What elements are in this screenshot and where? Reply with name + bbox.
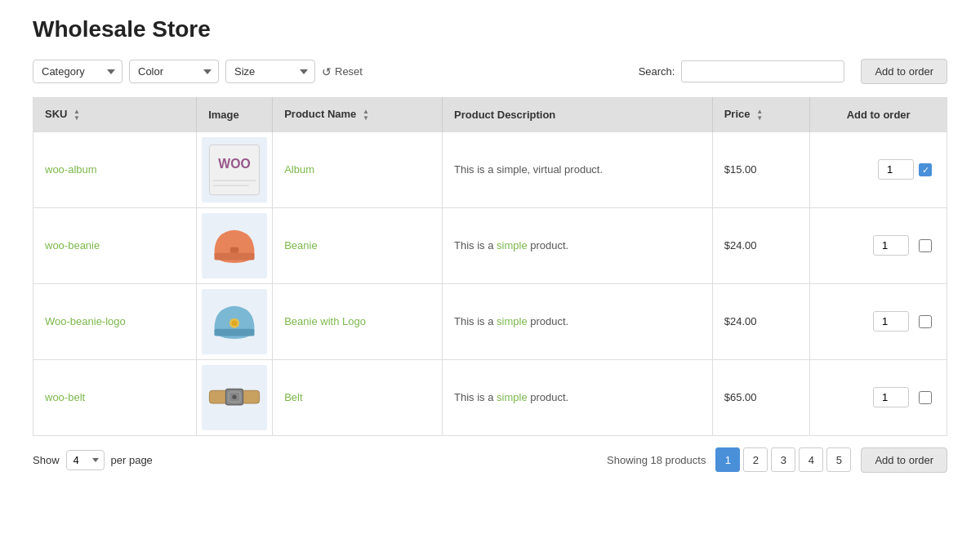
pagination: Showing 18 products 1 2 3 4 5 Add to ord… xyxy=(607,447,947,473)
search-area: Search: xyxy=(639,60,845,82)
table-row: woo-beanie BeanieThis is a simple produc… xyxy=(33,207,947,283)
product-image xyxy=(202,213,267,278)
product-name-link[interactable]: Album xyxy=(284,163,314,176)
product-desc: This is a simple, virtual product. xyxy=(454,163,603,176)
sku-cell: Woo-beanie-logo xyxy=(45,315,126,327)
per-page-label: per page xyxy=(111,454,153,466)
footer: Show 4 8 12 per page Showing 18 products… xyxy=(33,447,947,473)
price-cell: $24.00 xyxy=(712,207,810,283)
page-btn-2[interactable]: 2 xyxy=(743,447,768,472)
product-name-link[interactable]: Beanie with Logo xyxy=(284,315,366,327)
showing-text: Showing 18 products xyxy=(607,454,706,466)
svg-text:WOO: WOO xyxy=(218,157,250,171)
svg-rect-5 xyxy=(215,252,255,260)
page-btn-1[interactable]: 1 xyxy=(715,447,740,472)
add-order-button-top[interactable]: Add to order xyxy=(861,59,947,84)
products-table: SKU ▲▼ Image Product Name ▲▼ Product Des… xyxy=(33,97,947,436)
svg-rect-8 xyxy=(215,328,255,336)
show-label: Show xyxy=(33,454,60,466)
add-to-order-cell xyxy=(810,207,947,283)
sku-cell: woo-album xyxy=(45,163,97,176)
qty-input[interactable] xyxy=(873,387,909,407)
toolbar: Category Color Size ↺ Reset Search: Add … xyxy=(33,59,947,84)
sku-cell: woo-beanie xyxy=(45,239,100,251)
size-filter[interactable]: Size xyxy=(225,60,315,83)
col-header-product-name[interactable]: Product Name ▲▼ xyxy=(273,98,443,132)
price-cell: $65.00 xyxy=(712,359,810,435)
product-name-link[interactable]: Belt xyxy=(284,391,302,403)
product-image-cell: WOO xyxy=(197,131,273,207)
reset-button[interactable]: ↺ Reset xyxy=(322,65,363,78)
price-cell: $24.00 xyxy=(712,283,810,359)
svg-point-10 xyxy=(232,320,238,326)
per-page-select[interactable]: 4 8 12 xyxy=(66,450,105,470)
product-desc: This is a simple product. xyxy=(454,315,568,327)
sku-cell: woo-belt xyxy=(45,391,85,403)
price-cell: $15.00 xyxy=(712,131,810,207)
qty-input[interactable] xyxy=(878,159,914,180)
qty-input[interactable] xyxy=(873,311,909,332)
product-image xyxy=(202,365,267,430)
svg-rect-6 xyxy=(230,247,239,252)
product-image-cell xyxy=(197,207,273,283)
product-name-link[interactable]: Beanie xyxy=(284,239,317,251)
search-input[interactable] xyxy=(681,60,844,82)
col-header-product-desc: Product Description xyxy=(443,98,713,132)
product-image-cell xyxy=(197,283,273,359)
add-checkbox[interactable] xyxy=(919,315,932,328)
product-image: WOO xyxy=(202,137,267,203)
add-to-order-cell xyxy=(810,359,947,435)
table-row: Woo-beanie-logo Beanie with LogoThis is … xyxy=(33,283,947,359)
color-filter[interactable]: Color xyxy=(129,60,219,83)
table-row: woo-album WOO AlbumThis is a simple, vir… xyxy=(33,131,947,207)
svg-point-15 xyxy=(233,394,237,398)
product-image-cell xyxy=(197,359,273,435)
col-header-sku[interactable]: SKU ▲▼ xyxy=(33,98,197,132)
col-header-image: Image xyxy=(197,98,273,132)
add-to-order-cell xyxy=(810,131,947,207)
sort-arrows-price: ▲▼ xyxy=(756,109,763,122)
table-header-row: SKU ▲▼ Image Product Name ▲▼ Product Des… xyxy=(33,98,947,132)
search-label: Search: xyxy=(639,65,675,78)
checkbox-checked[interactable] xyxy=(919,163,932,176)
page-btn-4[interactable]: 4 xyxy=(799,447,823,472)
add-checkbox[interactable] xyxy=(919,391,932,404)
product-desc: This is a simple product. xyxy=(454,239,568,251)
page-btn-5[interactable]: 5 xyxy=(826,447,851,472)
product-desc: This is a simple product. xyxy=(454,391,568,403)
table-row: woo-belt BeltThis is a simple product.$6… xyxy=(33,359,947,435)
page-btn-3[interactable]: 3 xyxy=(771,447,795,472)
reset-icon: ↺ xyxy=(322,65,332,78)
product-image xyxy=(202,289,267,354)
sort-arrows-name: ▲▼ xyxy=(363,109,369,122)
qty-input[interactable] xyxy=(873,235,909,256)
add-order-button-bottom[interactable]: Add to order xyxy=(861,447,947,473)
add-to-order-cell xyxy=(810,283,947,359)
sort-arrows-sku: ▲▼ xyxy=(74,109,80,122)
col-header-add-to-order: Add to order xyxy=(810,98,947,132)
page-title: Wholesale Store xyxy=(33,16,947,42)
add-checkbox[interactable] xyxy=(919,239,932,252)
col-header-price[interactable]: Price ▲▼ xyxy=(712,98,810,132)
category-filter[interactable]: Category xyxy=(33,60,122,83)
